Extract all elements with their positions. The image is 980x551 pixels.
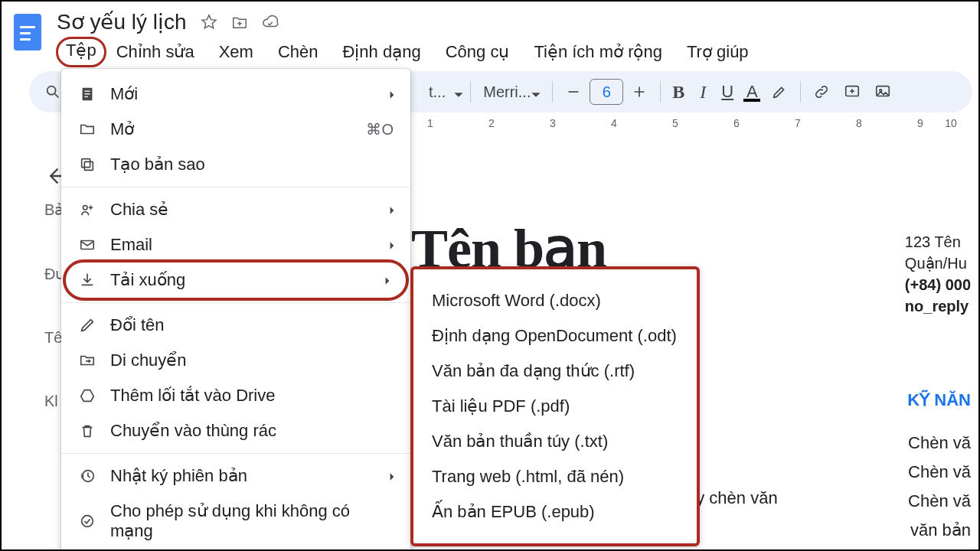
email-icon (78, 236, 96, 254)
menu-make-copy[interactable]: Tạo bản sao (61, 147, 410, 182)
skill-item[interactable]: văn bản (910, 520, 971, 540)
document-icon (78, 85, 96, 103)
menu-label: Tải xuống (110, 270, 185, 290)
menu-offline[interactable]: Cho phép sử dụng khi không có mạng (61, 494, 410, 549)
menu-email[interactable]: Email (61, 227, 410, 262)
decrease-font-size[interactable] (559, 77, 588, 106)
insert-image-button[interactable] (868, 77, 897, 106)
add-comment-button[interactable] (838, 77, 867, 106)
menu-label: Chuyển vào thùng rác (110, 421, 276, 441)
ruler-tick: 10 (945, 117, 957, 129)
menu-rename[interactable]: Đổi tên (61, 308, 410, 343)
font-dropdown[interactable]: Merri... (477, 83, 546, 101)
text-color-button[interactable]: A (740, 82, 763, 102)
ruler-tick: 8 (856, 117, 862, 129)
share-icon (78, 201, 96, 219)
address-line: 123 Tên (905, 231, 971, 253)
menu-label: Thêm lối tắt vào Drive (110, 386, 276, 406)
separator (470, 81, 471, 103)
submenu-arrow-icon (387, 200, 397, 220)
menu-insert[interactable]: Chèn (266, 39, 331, 65)
svg-rect-9 (82, 159, 90, 168)
menu-share[interactable]: Chia sẻ (61, 192, 410, 227)
star-icon[interactable] (201, 14, 217, 31)
menu-label: Mở (110, 119, 134, 139)
ruler-tick: 7 (795, 117, 801, 129)
menu-separator (61, 187, 410, 187)
skill-item[interactable]: Chèn vă (908, 433, 971, 453)
menu-download[interactable]: Tải xuống (66, 262, 406, 298)
font-size-input[interactable]: 6 (590, 79, 623, 105)
document-address-block[interactable]: 123 Tên Quận/Hu (+84) 000 no_reply (905, 231, 971, 317)
menu-format[interactable]: Định dạng (330, 39, 433, 65)
bold-button[interactable]: B (667, 82, 690, 103)
cloud-status-icon[interactable] (262, 14, 279, 31)
move-folder-icon[interactable] (231, 14, 248, 31)
download-icon (78, 271, 96, 289)
menu-label: Mới (110, 84, 138, 104)
folder-icon (78, 120, 96, 139)
menu-add-shortcut-drive[interactable]: Thêm lối tắt vào Drive (61, 378, 410, 413)
submenu-arrow-icon (387, 466, 397, 486)
menu-new[interactable]: Mới (61, 77, 410, 112)
highlight-button[interactable] (765, 77, 794, 106)
menu-label: Tạo bản sao (110, 155, 205, 174)
menu-label: Di chuyển (110, 350, 187, 370)
menu-label: Đổi tên (110, 315, 164, 335)
file-menu-dropdown: Mới Mở ⌘O Tạo bản sao Chia sẻ Email Tải … (61, 69, 410, 551)
skill-item[interactable]: Chèn vă (908, 491, 971, 511)
underline-button[interactable]: U (716, 82, 739, 102)
insert-link-button[interactable] (807, 77, 836, 106)
download-rtf[interactable]: Văn bản đa dạng thức (.rtf) (413, 354, 697, 389)
menu-file[interactable]: Tệp (58, 39, 104, 65)
menu-move-to-trash[interactable]: Chuyển vào thùng rác (61, 413, 410, 448)
drive-shortcut-icon (78, 386, 96, 405)
menu-move[interactable]: Di chuyển (61, 343, 410, 378)
menu-label: Cho phép sử dụng khi không có mạng (110, 501, 394, 541)
ruler-tick: 4 (611, 117, 617, 129)
paragraph-style-label: t... (429, 83, 446, 101)
ruler-tick: 1 (427, 117, 433, 129)
menu-tools[interactable]: Công cụ (433, 39, 522, 65)
menu-help[interactable]: Trợ giúp (675, 39, 761, 65)
menu-separator (61, 302, 410, 303)
chevron-down-icon (453, 86, 464, 97)
keyboard-shortcut: ⌘O (366, 120, 394, 139)
menu-open[interactable]: Mở ⌘O (61, 112, 410, 147)
menu-bar: Tệp Chỉnh sửa Xem Chèn Định dạng Công cụ… (57, 36, 969, 70)
menu-view[interactable]: Xem (207, 39, 266, 65)
svg-point-10 (83, 206, 88, 210)
svg-rect-6 (84, 93, 90, 94)
move-icon (78, 351, 96, 370)
phone-line: (+84) 000 (905, 274, 971, 295)
chevron-down-icon (531, 86, 541, 97)
paragraph-style-dropdown[interactable]: t... (423, 83, 452, 101)
menu-edit[interactable]: Chỉnh sửa (104, 39, 207, 65)
docs-logo[interactable] (11, 11, 44, 54)
document-title[interactable]: Sơ yếu lý lịch (57, 9, 187, 34)
svg-rect-7 (84, 96, 88, 97)
download-epub[interactable]: Ấn bản EPUB (.epub) (413, 494, 697, 530)
download-odt[interactable]: Định dạng OpenDocument (.odt) (413, 318, 697, 354)
email-line: no_reply (905, 295, 971, 317)
offline-icon (78, 512, 96, 530)
skills-heading[interactable]: KỸ NĂN (907, 390, 971, 410)
italic-button[interactable]: I (691, 82, 714, 103)
rename-icon (78, 316, 96, 334)
download-txt[interactable]: Văn bản thuần túy (.txt) (413, 424, 697, 459)
docs-logo-icon (14, 14, 41, 51)
menu-extensions[interactable]: Tiện ích mở rộng (521, 39, 675, 65)
skill-item[interactable]: Chèn vă (908, 462, 971, 482)
ruler-tick: 5 (672, 117, 678, 129)
download-pdf[interactable]: Tài liệu PDF (.pdf) (413, 389, 697, 424)
menu-version-history[interactable]: Nhật ký phiên bản (61, 458, 410, 494)
download-html[interactable]: Trang web (.html, đã nén) (413, 459, 697, 494)
submenu-arrow-icon (387, 235, 397, 255)
svg-rect-8 (84, 161, 93, 170)
document-body-text[interactable]: ãy chèn văn (687, 488, 778, 508)
ruler-tick: 9 (917, 117, 923, 129)
download-docx[interactable]: Microsoft Word (.docx) (413, 283, 697, 318)
increase-font-size[interactable] (625, 77, 654, 106)
menu-label: Nhật ký phiên bản (110, 466, 247, 486)
ruler-tick: 3 (550, 117, 556, 129)
